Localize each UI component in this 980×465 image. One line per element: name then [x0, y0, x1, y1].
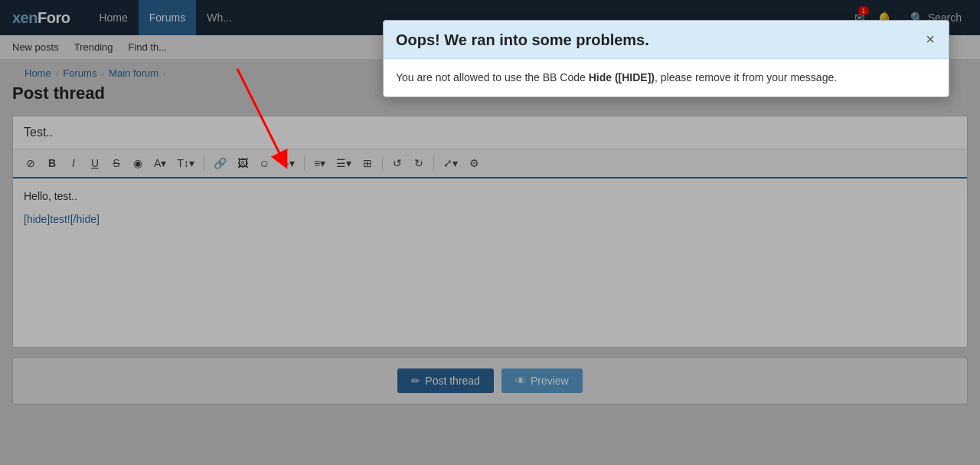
error-modal: Oops! We ran into some problems. × You a…	[383, 20, 949, 97]
modal-body: You are not allowed to use the BB Code H…	[384, 59, 949, 97]
modal-body-code: Hide ([HIDE])	[589, 71, 655, 84]
modal-title: Oops! We ran into some problems.	[396, 31, 649, 49]
modal-header: Oops! We ran into some problems. ×	[384, 21, 949, 59]
modal-body-suffix: , please remove it from your message.	[655, 71, 837, 84]
modal-close-button[interactable]: ×	[924, 31, 936, 47]
modal-body-prefix: You are not allowed to use the BB Code	[396, 71, 589, 84]
